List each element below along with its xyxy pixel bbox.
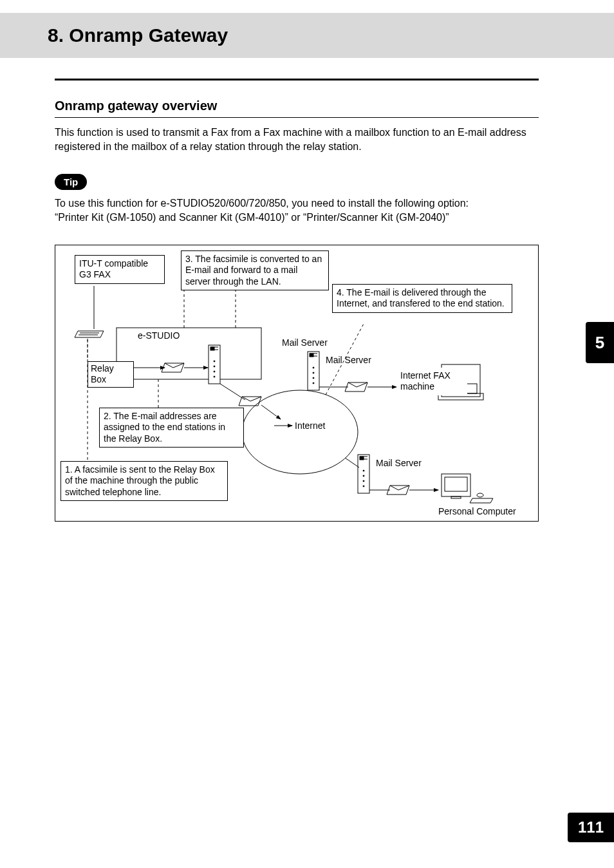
diagram-mailserver1-label: Mail Server xyxy=(282,337,328,348)
diagram-ifax-label: Internet FAX machine xyxy=(396,368,467,395)
svg-rect-9 xyxy=(209,345,220,384)
diagram-internet-label: Internet xyxy=(295,420,325,431)
svg-point-29 xyxy=(313,372,314,373)
diagram-estudio-label: e-STUDIO xyxy=(138,330,180,341)
page-number-tab: 111 xyxy=(568,813,614,842)
horizontal-rule xyxy=(55,79,539,80)
svg-rect-36 xyxy=(358,455,369,493)
svg-line-20 xyxy=(261,405,281,419)
svg-point-28 xyxy=(313,367,314,368)
tip-text: To use this function for e-STUDIO520/600… xyxy=(55,196,539,225)
svg-rect-51 xyxy=(445,477,467,491)
tip-line2: “Printer Kit (GM-1050) and Scanner Kit (… xyxy=(55,212,449,223)
svg-rect-52 xyxy=(451,496,461,498)
diagram-relaybox-label: Relay Box xyxy=(88,361,134,388)
svg-rect-24 xyxy=(308,352,319,390)
svg-point-42 xyxy=(363,480,364,482)
chapter-title-bar: 8. Onramp Gateway xyxy=(0,13,614,58)
diagram-step3-box: 3. The facsimile is converted to an E-ma… xyxy=(181,250,329,291)
svg-point-43 xyxy=(363,486,364,487)
section-heading: Onramp gateway overview xyxy=(55,99,539,118)
diagram-mailserver3-label: Mail Server xyxy=(376,458,422,468)
svg-point-53 xyxy=(477,493,483,497)
flow-diagram: ITU-T compatible G3 FAX 3. The facsimile… xyxy=(55,245,539,522)
svg-point-15 xyxy=(214,371,215,372)
section-intro: This function is used to transmit a Fax … xyxy=(55,126,539,155)
diagram-itut-box: ITU-T compatible G3 FAX xyxy=(75,255,165,284)
svg-point-31 xyxy=(313,382,314,384)
svg-line-44 xyxy=(345,458,359,467)
diagram-step1-box: 1. A facsimile is sent to the Relay Box … xyxy=(60,461,228,502)
svg-point-40 xyxy=(363,470,364,471)
chapter-title: 8. Onramp Gateway xyxy=(48,24,228,46)
tip-line1: To use this function for e-STUDIO520/600… xyxy=(55,198,469,209)
diagram-pc-label: Personal Computer xyxy=(438,506,516,516)
diagram-step4-box: 4. The E-mail is delivered through the I… xyxy=(332,284,512,313)
svg-point-13 xyxy=(214,361,215,362)
svg-point-16 xyxy=(214,376,215,377)
svg-point-30 xyxy=(313,377,314,379)
svg-point-41 xyxy=(363,475,364,476)
tip-badge: Tip xyxy=(55,174,87,190)
diagram-mailserver2-label: Mail Server xyxy=(326,355,371,365)
diagram-step2-box: 2. The E-mail addresses are assigned to … xyxy=(99,408,244,448)
chapter-tab: 5 xyxy=(586,322,614,363)
svg-point-14 xyxy=(214,366,215,367)
